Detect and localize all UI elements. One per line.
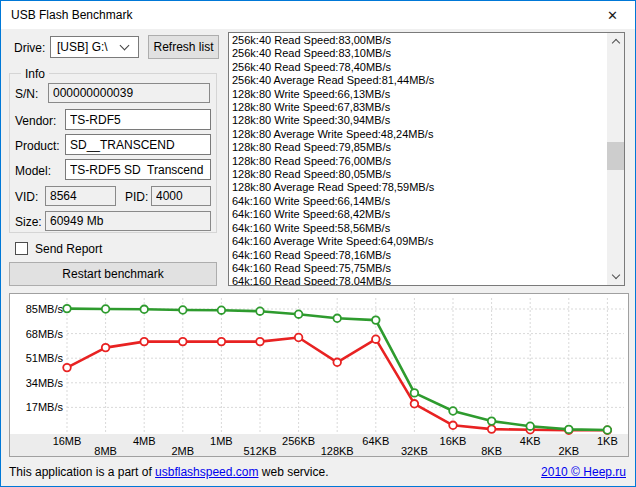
log-line: 256k:40 Read Speed:83,00MB/s bbox=[232, 34, 606, 47]
log-line: 64k:160 Read Speed:78,16MB/s bbox=[232, 249, 606, 262]
data-point-marker bbox=[449, 422, 457, 430]
window-title: USB Flash Benchmark bbox=[11, 8, 132, 22]
sn-field bbox=[48, 83, 210, 103]
x-axis-tick-label: 16MB bbox=[53, 435, 82, 447]
y-axis-tick-label: 51MB/s bbox=[26, 352, 64, 364]
data-point-marker bbox=[63, 305, 71, 313]
statusbar: This application is a part of usbflashsp… bbox=[1, 459, 635, 487]
x-axis-tick-label: 8MB bbox=[94, 445, 117, 457]
x-axis-tick-label: 256KB bbox=[282, 435, 315, 447]
data-point-marker bbox=[411, 400, 419, 408]
log-line: 128k:80 Read Speed:79,85MB/s bbox=[232, 141, 606, 154]
data-point-marker bbox=[140, 338, 148, 346]
x-axis-tick-label: 512KB bbox=[243, 445, 276, 457]
log-line: 128k:80 Read Speed:80,05MB/s bbox=[232, 168, 606, 181]
y-axis-tick-label: 68MB/s bbox=[26, 328, 64, 340]
data-point-marker bbox=[372, 335, 380, 343]
status-suffix: web service. bbox=[258, 465, 328, 479]
data-point-marker bbox=[295, 334, 303, 342]
log-line: 128k:80 Write Speed:30,94MB/s bbox=[232, 114, 606, 127]
log-line: 64k:160 Average Write Speed:64,09MB/s bbox=[232, 235, 606, 248]
y-axis-tick-label: 85MB/s bbox=[26, 303, 64, 315]
x-axis-tick-label: 4MB bbox=[133, 435, 156, 447]
x-axis-tick-label: 1MB bbox=[210, 435, 233, 447]
size-field bbox=[45, 211, 211, 231]
drive-label: Drive: bbox=[14, 41, 45, 55]
restart-benchmark-button[interactable]: Restart benchmark bbox=[9, 262, 217, 286]
log-line: 128k:80 Average Write Speed:48,24MB/s bbox=[232, 128, 606, 141]
log-scrollbar[interactable] bbox=[607, 33, 624, 285]
vendor-label: Vendor: bbox=[15, 114, 56, 128]
log-line: 128k:80 Average Read Speed:78,59MB/s bbox=[232, 181, 606, 194]
data-point-marker bbox=[333, 315, 341, 323]
data-point-marker bbox=[488, 425, 496, 433]
y-axis-tick-label: 34MB/s bbox=[26, 377, 64, 389]
data-point-marker bbox=[488, 417, 496, 425]
pid-label: PID: bbox=[125, 190, 148, 204]
x-axis-tick-label: 64KB bbox=[362, 435, 389, 447]
x-axis-tick-label: 4KB bbox=[520, 435, 541, 447]
speed-chart: 85MB/s68MB/s51MB/s34MB/s17MB/s16MB8MB4MB… bbox=[10, 294, 628, 456]
data-point-marker bbox=[218, 306, 226, 314]
refresh-list-button[interactable]: Refresh list bbox=[148, 35, 219, 59]
data-point-marker bbox=[295, 310, 303, 318]
close-icon: ✕ bbox=[607, 8, 618, 23]
log-line: 64k:160 Read Speed:78,04MB/s bbox=[232, 275, 606, 286]
data-point-marker bbox=[333, 359, 341, 367]
sn-label: S/N: bbox=[15, 87, 38, 101]
log-line: 64k:160 Write Speed:68,42MB/s bbox=[232, 208, 606, 221]
status-text: This application is a part of usbflashsp… bbox=[9, 465, 329, 479]
log-line: 64k:160 Write Speed:66,14MB/s bbox=[232, 195, 606, 208]
log-line: 128k:80 Write Speed:66,13MB/s bbox=[232, 88, 606, 101]
close-button[interactable]: ✕ bbox=[590, 1, 635, 29]
log-line: 256k:40 Read Speed:78,40MB/s bbox=[232, 61, 606, 74]
vid-label: VID: bbox=[15, 190, 38, 204]
data-point-marker bbox=[526, 422, 534, 430]
status-prefix: This application is a part of bbox=[9, 465, 155, 479]
model-field[interactable] bbox=[65, 159, 211, 180]
data-point-marker bbox=[140, 306, 148, 314]
benchmark-log[interactable]: 256k:40 Read Speed:83,00MB/s256k:40 Read… bbox=[228, 32, 625, 286]
log-line: 128k:80 Write Speed:67,83MB/s bbox=[232, 101, 606, 114]
drive-select[interactable]: [USB] G:\ bbox=[50, 36, 139, 58]
data-point-marker bbox=[372, 316, 380, 324]
log-line: 256k:40 Average Read Speed:81,44MB/s bbox=[232, 74, 606, 87]
x-axis-tick-label: 8KB bbox=[481, 445, 502, 457]
log-line: 64k:160 Write Speed:58,56MB/s bbox=[232, 222, 606, 235]
send-report-label: Send Report bbox=[35, 242, 102, 256]
x-axis-tick-label: 1KB bbox=[597, 435, 618, 447]
data-point-marker bbox=[218, 338, 226, 346]
x-axis-tick-label: 16KB bbox=[440, 435, 467, 447]
y-axis-tick-label: 17MB/s bbox=[26, 401, 64, 413]
scroll-up-button[interactable] bbox=[607, 33, 624, 50]
scrollbar-thumb[interactable] bbox=[607, 142, 624, 170]
log-lines: 256k:40 Read Speed:83,00MB/s256k:40 Read… bbox=[232, 34, 606, 286]
data-point-marker bbox=[102, 305, 110, 313]
copyright-link[interactable]: 2010 © Heep.ru bbox=[541, 465, 626, 479]
product-field[interactable] bbox=[65, 134, 211, 155]
data-point-marker bbox=[63, 364, 71, 372]
chevron-up-icon bbox=[611, 39, 619, 47]
vid-field bbox=[45, 186, 116, 206]
x-axis-tick-label: 32KB bbox=[401, 445, 428, 457]
send-report-checkbox[interactable] bbox=[15, 242, 28, 255]
usbflashspeed-link[interactable]: usbflashspeed.com bbox=[155, 465, 258, 479]
scroll-down-button[interactable] bbox=[607, 268, 624, 285]
data-point-marker bbox=[102, 344, 110, 352]
drive-selected-value: [USB] G:\ bbox=[51, 40, 121, 54]
speed-chart-panel: 85MB/s68MB/s51MB/s34MB/s17MB/s16MB8MB4MB… bbox=[9, 293, 629, 457]
info-group-label: Info bbox=[21, 67, 49, 81]
log-line: 256k:40 Read Speed:83,10MB/s bbox=[232, 47, 606, 60]
log-line: 128k:80 Read Speed:76,00MB/s bbox=[232, 155, 606, 168]
data-point-marker bbox=[179, 306, 187, 314]
pid-field bbox=[151, 186, 211, 206]
data-point-marker bbox=[604, 426, 612, 434]
log-line: 64k:160 Read Speed:75,75MB/s bbox=[232, 262, 606, 275]
data-point-marker bbox=[565, 426, 573, 434]
data-point-marker bbox=[256, 307, 264, 315]
product-label: Product: bbox=[15, 139, 60, 153]
vendor-field[interactable] bbox=[65, 109, 211, 130]
chevron-down-icon bbox=[120, 41, 130, 51]
data-point-marker bbox=[449, 407, 457, 415]
size-label: Size: bbox=[15, 215, 42, 229]
